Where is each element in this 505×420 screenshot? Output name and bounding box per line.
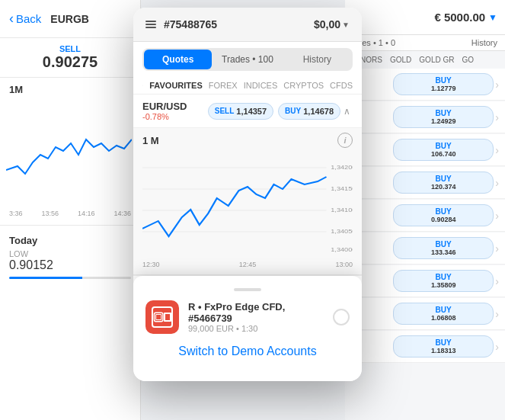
buy-btn-label: BUY bbox=[285, 107, 301, 115]
pair-row: BUY 1.12779 › bbox=[345, 69, 505, 101]
tab-history[interactable]: History bbox=[283, 50, 351, 69]
buy-button[interactable]: BUY 1.06808 bbox=[393, 303, 494, 325]
buy-label: BUY bbox=[398, 273, 488, 281]
switch-demo-button[interactable]: Switch to Demo Accounts bbox=[145, 334, 350, 369]
buy-price: 0.90284 bbox=[398, 216, 488, 223]
sell-button[interactable]: SELL 1,14357 bbox=[208, 103, 273, 120]
chevron-right-icon: › bbox=[495, 79, 499, 91]
chevron-right-icon: › bbox=[495, 242, 499, 255]
info-icon[interactable]: i bbox=[337, 133, 353, 148]
buy-price: 120.374 bbox=[398, 183, 488, 191]
chart-svg: 1,34200 1,34150 1,34100 1,34050 1,34000 bbox=[142, 152, 353, 259]
buy-button[interactable]: BUY 133.346 bbox=[393, 237, 494, 259]
cat-tab-gold-gr[interactable]: GOLD GR bbox=[417, 53, 456, 67]
cat-tab-gold[interactable]: GOLD bbox=[388, 53, 414, 67]
svg-rect-10 bbox=[156, 314, 161, 319]
buy-price: 1.18313 bbox=[398, 347, 488, 354]
hamburger-line bbox=[145, 21, 156, 22]
pair-label: EURGB bbox=[50, 13, 89, 25]
chevron-right-icon: › bbox=[495, 308, 499, 320]
back-button[interactable]: ‹ Back bbox=[9, 11, 41, 27]
right-panel: € 5000.00 ▼ ades • 1 • 0 History MINORS … bbox=[345, 0, 505, 420]
account-meta: 99,000 EUR • 1:30 bbox=[188, 324, 324, 333]
buy-button[interactable]: BUY 1.12779 bbox=[393, 73, 494, 95]
chevron-right-icon: › bbox=[495, 275, 499, 287]
buy-button[interactable]: BUY 1,14678 bbox=[278, 103, 340, 120]
tab-trades[interactable]: Trades • 100 bbox=[213, 50, 281, 69]
time-labels: 3:36 13:56 14:16 14:36 bbox=[0, 208, 140, 219]
sub-header: ades • 1 • 0 History bbox=[345, 35, 505, 51]
balance-display: € 5000.00 bbox=[434, 11, 485, 24]
x-label-2: 13:00 bbox=[335, 261, 353, 268]
account-icon bbox=[145, 300, 179, 334]
timeframe-button[interactable]: 1 M bbox=[142, 135, 159, 146]
buy-price: 1.24929 bbox=[398, 117, 488, 125]
hamburger-icon[interactable] bbox=[145, 21, 156, 28]
pair-row: BUY 1.06808 › bbox=[345, 298, 505, 330]
svg-text:1,34050: 1,34050 bbox=[331, 228, 353, 235]
sell-label: SELL bbox=[59, 44, 81, 53]
pair-row: BUY 133.346 › bbox=[345, 232, 505, 265]
time-3: 14:16 bbox=[78, 210, 95, 217]
back-label: Back bbox=[16, 12, 41, 25]
eurusd-info: EUR/USD -0.78% bbox=[142, 101, 208, 121]
pair-row: BUY 1.24929 › bbox=[345, 101, 505, 133]
dialog-account-row: R • FxPro Edge CFD, #5466739 99,000 EUR … bbox=[145, 300, 350, 334]
time-1: 3:36 bbox=[9, 210, 23, 217]
buy-button[interactable]: BUY 106.740 bbox=[393, 139, 494, 161]
buy-button[interactable]: BUY 120.374 bbox=[393, 172, 494, 194]
trading-pairs: BUY 1.12779 › BUY 1.24929 › BUY 106.740 bbox=[345, 69, 505, 420]
radio-button[interactable] bbox=[333, 309, 350, 325]
category-tabs: MINORS GOLD GOLD GR GO bbox=[345, 51, 505, 69]
tab-bar: Quotes Trades • 100 History bbox=[142, 48, 353, 71]
sell-box: SELL 0.90275 bbox=[0, 38, 140, 78]
mini-chart bbox=[0, 101, 141, 208]
low-value: 0.90152 bbox=[9, 258, 131, 272]
cat-favourites[interactable]: FAVOURITES bbox=[149, 81, 202, 90]
buy-button[interactable]: BUY 1.18313 bbox=[393, 335, 494, 357]
buy-price: 133.346 bbox=[398, 248, 488, 256]
balance-dropdown-icon[interactable]: ▼ bbox=[488, 12, 497, 23]
main-modal: #75488765 $0,00 ▼ Quotes Trades • 100 Hi… bbox=[133, 8, 362, 381]
chevron-right-icon: › bbox=[495, 210, 499, 222]
sell-price: 0.90275 bbox=[43, 53, 97, 71]
today-label: Today bbox=[9, 235, 131, 246]
left-panel: ‹ Back EURGB SELL 0.90275 1M 3:36 13:56 … bbox=[0, 0, 141, 420]
cat-indices[interactable]: INDICES bbox=[244, 81, 278, 90]
eurusd-top-row: EUR/USD -0.78% SELL 1,14357 BUY 1,14678 … bbox=[133, 95, 362, 128]
buy-price: 1.06808 bbox=[398, 314, 488, 322]
svg-text:1,34000: 1,34000 bbox=[331, 246, 353, 253]
low-bar bbox=[9, 277, 131, 279]
buy-label: BUY bbox=[398, 76, 488, 85]
cat-tab-go[interactable]: GO bbox=[459, 53, 476, 67]
chart-area: 1 M i 1,34200 1,34150 1,34100 1,34050 1,… bbox=[133, 128, 362, 275]
cat-forex[interactable]: FOREX bbox=[209, 81, 238, 90]
pair-row: BUY 106.740 › bbox=[345, 134, 505, 166]
time-2: 13:56 bbox=[41, 210, 59, 217]
timeframe-label: 1M bbox=[0, 78, 140, 101]
pair-row: BUY 1.18313 › bbox=[345, 331, 505, 363]
cat-cfds[interactable]: CFDS bbox=[330, 81, 353, 90]
left-header: ‹ Back EURGB bbox=[0, 0, 140, 38]
sell-btn-price: 1,14357 bbox=[236, 107, 267, 116]
chevron-right-icon: › bbox=[495, 144, 499, 156]
left-bottom: Today LOW 0.90152 bbox=[0, 225, 140, 288]
buy-btn-price: 1,14678 bbox=[303, 107, 334, 116]
x-label-1: 12:45 bbox=[239, 261, 257, 268]
buy-button[interactable]: BUY 1.24929 bbox=[393, 106, 494, 128]
pair-row: BUY 1.35809 › bbox=[345, 265, 505, 297]
hamburger-line bbox=[145, 24, 156, 25]
tab-quotes[interactable]: Quotes bbox=[144, 50, 212, 69]
collapse-button[interactable]: ∧ bbox=[340, 105, 353, 117]
buy-price: 106.740 bbox=[398, 150, 488, 158]
balance-arrow-icon[interactable]: ▼ bbox=[342, 21, 350, 29]
cat-cryptos[interactable]: CRYPTOS bbox=[283, 81, 324, 90]
chart-x-labels: 12:30 12:45 13:00 bbox=[142, 259, 353, 270]
svg-text:1,34100: 1,34100 bbox=[331, 207, 353, 213]
time-4: 14:36 bbox=[113, 210, 131, 217]
buy-button[interactable]: BUY 0.90284 bbox=[393, 204, 494, 226]
hamburger-line bbox=[145, 27, 156, 28]
buy-button[interactable]: BUY 1.35809 bbox=[393, 270, 494, 292]
buy-label: BUY bbox=[398, 109, 488, 117]
category-row: FAVOURITES FOREX INDICES CRYPTOS CFDS bbox=[133, 77, 362, 95]
